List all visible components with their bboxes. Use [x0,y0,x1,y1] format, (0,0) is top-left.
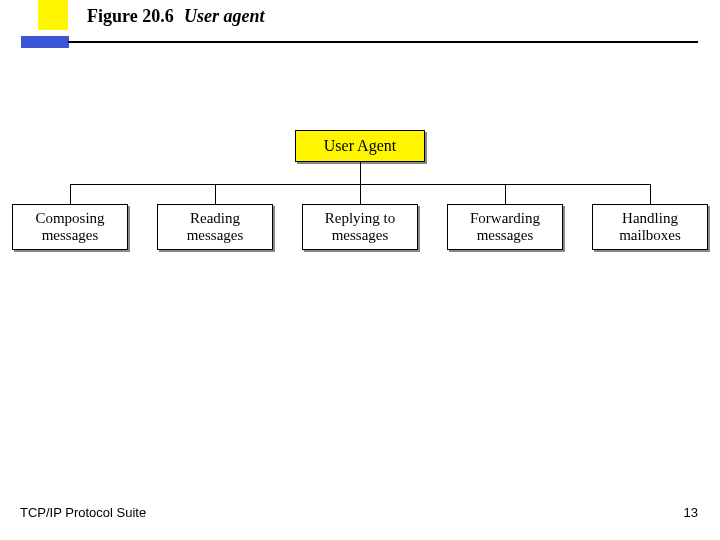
diagram: User Agent Composingmessages Readingmess… [0,130,720,310]
figure-number: Figure 20.6 [87,6,174,27]
connector-drop [70,184,71,204]
diagram-leaf-box: Forwardingmessages [447,204,563,250]
diagram-root-label: User Agent [324,137,396,155]
diagram-leaf-label: Composingmessages [35,210,104,245]
header-bullet-yellow [38,0,68,30]
slide: Figure 20.6 User agent User Agent Compos… [0,0,720,540]
diagram-leaf-label: Readingmessages [187,210,244,245]
figure-title: User agent [184,6,265,27]
footer-source: TCP/IP Protocol Suite [20,505,146,520]
diagram-leaf-box: Readingmessages [157,204,273,250]
diagram-leaf-label: Forwardingmessages [470,210,540,245]
diagram-leaf-box: Replying tomessages [302,204,418,250]
diagram-root-box: User Agent [295,130,425,162]
diagram-leaf-label: Replying tomessages [325,210,395,245]
diagram-leaf-box: Composingmessages [12,204,128,250]
connector-drop [650,184,651,204]
connector-drop [360,184,361,204]
diagram-leaf-label: Handlingmailboxes [619,210,681,245]
connector-drop [215,184,216,204]
header-rule [68,41,698,43]
connector-drop [505,184,506,204]
diagram-leaf-box: Handlingmailboxes [592,204,708,250]
connector-stem [360,162,361,184]
header-bullet-blue [21,36,69,48]
footer-page-number: 13 [684,505,698,520]
